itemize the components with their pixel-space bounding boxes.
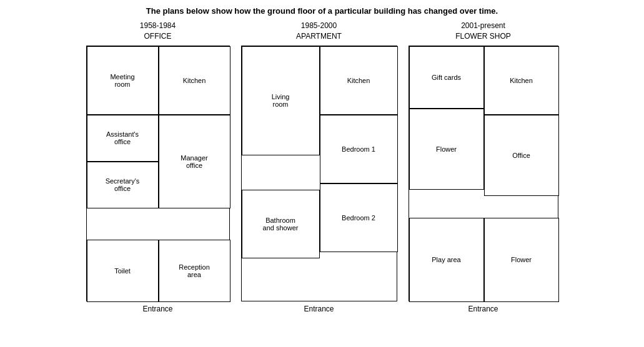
plan1-floorplan: Meetingroom Kitchen Assistant'soffice Se… — [86, 46, 230, 301]
bedroom2: Bedroom 2 — [320, 183, 398, 252]
plan3-name: FLOWER SHOP — [455, 31, 511, 42]
plan3-title: 2001-present FLOWER SHOP — [455, 21, 511, 42]
plan3-floorplan: Gift cards Kitchen Flower Office Play ar… — [409, 46, 558, 301]
kitchen-3: Kitchen — [484, 46, 559, 115]
plan1-title: 1958-1984 OFFICE — [140, 21, 176, 42]
plan1-period: 1958-1984 — [140, 21, 176, 31]
plan2-title: 1985-2000 APARTMENT — [296, 21, 342, 42]
main-title: The plans below show how the ground floo… — [146, 6, 498, 16]
bathroom: Bathroomand shower — [242, 190, 320, 258]
meeting-room: Meetingroom — [87, 46, 159, 115]
kitchen-2: Kitchen — [320, 46, 398, 115]
plans-container: 1958-1984 OFFICE Meetingroom Kitchen Ass… — [6, 21, 638, 313]
flower-main: Flower — [409, 109, 484, 190]
reception-area: Receptionarea — [159, 240, 230, 302]
living-room: Livingroom — [242, 46, 320, 155]
gift-cards: Gift cards — [409, 46, 484, 109]
kitchen-1: Kitchen — [159, 46, 230, 115]
plan3-period: 2001-present — [455, 21, 511, 31]
plan1-entrance: Entrance — [142, 305, 172, 313]
toilet: Toilet — [87, 240, 159, 302]
plan2-entrance: Entrance — [304, 305, 334, 313]
flower-secondary: Flower — [484, 218, 559, 302]
manager-office: Manageroffice — [159, 115, 230, 208]
plan2-name: APARTMENT — [296, 31, 342, 42]
secretarys-office: Secretary'soffice — [87, 162, 159, 208]
play-area: Play area — [409, 218, 484, 302]
plan2-floorplan: Livingroom Kitchen Bathroomand shower Be… — [241, 46, 397, 301]
assistants-office: Assistant'soffice — [87, 115, 159, 162]
plan3-entrance: Entrance — [468, 305, 498, 313]
plan2-period: 1985-2000 — [296, 21, 342, 31]
plan-flowershop: 2001-present FLOWER SHOP Gift cards Kitc… — [409, 21, 558, 313]
plan-apartment: 1985-2000 APARTMENT Livingroom Kitchen B… — [241, 21, 397, 313]
plan-office: 1958-1984 OFFICE Meetingroom Kitchen Ass… — [86, 21, 230, 313]
plan1-name: OFFICE — [140, 31, 176, 42]
bedroom1: Bedroom 1 — [320, 115, 398, 183]
office-room: Office — [484, 115, 559, 196]
